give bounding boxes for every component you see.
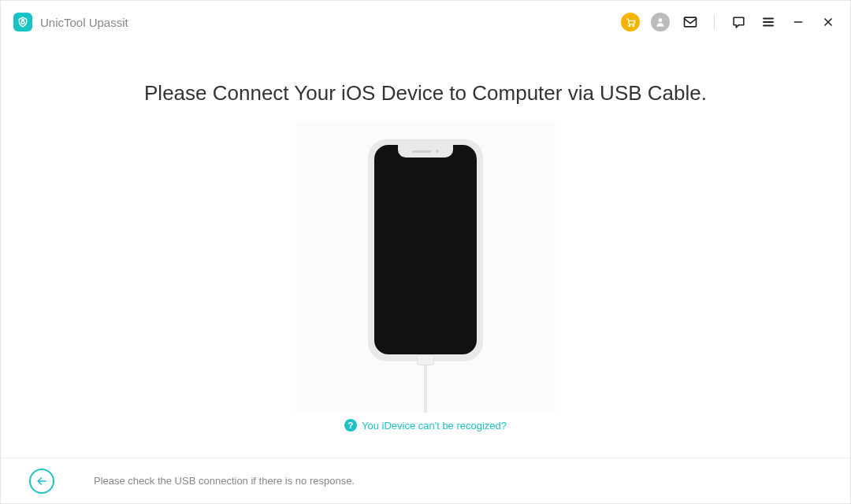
title-bar: UnicTool Upassit — [1, 1, 850, 43]
main-content: Please Connect Your iOS Device to Comput… — [1, 43, 850, 458]
help-link[interactable]: ? You iDevice can't be recogized? — [344, 419, 507, 432]
page-headline: Please Connect Your iOS Device to Comput… — [144, 81, 707, 106]
usb-cable-graphic — [415, 354, 436, 413]
phone-graphic — [368, 139, 483, 361]
mail-icon[interactable] — [681, 13, 700, 32]
app-title: UnicTool Upassit — [40, 16, 128, 29]
help-icon: ? — [344, 419, 357, 432]
minimize-button[interactable] — [789, 13, 808, 32]
feedback-icon[interactable] — [729, 13, 748, 32]
user-avatar-icon[interactable] — [651, 13, 670, 32]
separator — [714, 14, 715, 30]
menu-icon[interactable] — [759, 13, 778, 32]
device-illustration — [295, 121, 556, 413]
help-link-text: You iDevice can't be recogized? — [362, 420, 507, 432]
title-bar-actions — [621, 13, 838, 32]
svg-point-3 — [659, 18, 663, 22]
footer-hint: Please check the USB connection if there… — [94, 475, 355, 487]
phone-screen — [374, 145, 477, 354]
back-button[interactable] — [29, 469, 54, 494]
svg-point-2 — [632, 25, 634, 27]
svg-rect-4 — [685, 17, 697, 27]
app-logo-icon — [13, 13, 32, 32]
close-button[interactable] — [819, 13, 838, 32]
brand: UnicTool Upassit — [13, 13, 128, 32]
footer-bar: Please check the USB connection if there… — [1, 458, 850, 503]
app-window: UnicTool Upassit — [0, 0, 851, 504]
phone-notch — [398, 145, 453, 158]
svg-point-1 — [629, 25, 630, 27]
cart-icon[interactable] — [621, 13, 640, 32]
